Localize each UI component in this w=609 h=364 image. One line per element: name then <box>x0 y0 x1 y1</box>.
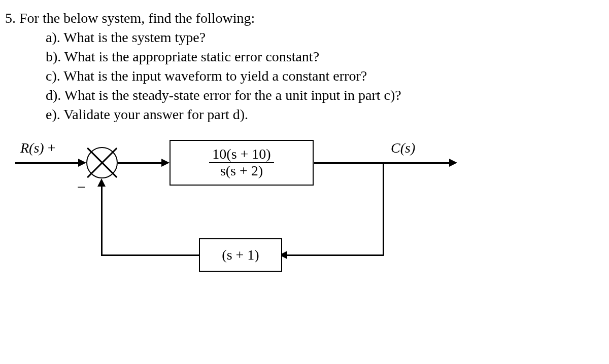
question-e: e). Validate your answer for part d). <box>46 106 604 123</box>
question-a: a). What is the system type? <box>46 29 604 46</box>
forward-tf-block: 10(s + 10) s(s + 2) <box>170 140 314 186</box>
feedback-tf-text: (s + 1) <box>222 247 259 263</box>
feedback-tf-block: (s + 1) <box>199 238 282 272</box>
line-input <box>15 162 80 164</box>
question-b: b). What is the appropriate static error… <box>46 49 604 65</box>
arrow-into-g <box>161 159 170 167</box>
summing-junction <box>86 147 118 178</box>
line-down-to-h <box>287 254 384 256</box>
forward-tf-num: 10(s + 10) <box>209 147 274 162</box>
question-main: 5. For the below system, find the follow… <box>5 10 604 26</box>
line-h-to-corner <box>101 254 200 256</box>
input-label: R(s) + <box>20 140 55 156</box>
line-corner-to-sum <box>101 187 103 256</box>
arrow-into-sum <box>78 159 86 167</box>
arrow-output <box>449 159 457 167</box>
question-d: d). What is the steady-state error for t… <box>46 87 604 103</box>
line-pickoff-down <box>383 162 384 256</box>
forward-tf-den: s(s + 2) <box>209 162 274 179</box>
sub-question-list: a). What is the system type? b). What is… <box>5 29 604 123</box>
line-sum-to-g <box>118 162 163 164</box>
block-diagram: R(s) + − 10(s + 10) s(s + 2) C(s) (s + 1… <box>5 143 604 305</box>
arrow-into-sum-bottom <box>97 178 106 187</box>
output-label: C(s) <box>391 140 415 156</box>
feedback-sign: − <box>77 178 86 196</box>
question-c: c). What is the input waveform to yield … <box>46 68 604 84</box>
